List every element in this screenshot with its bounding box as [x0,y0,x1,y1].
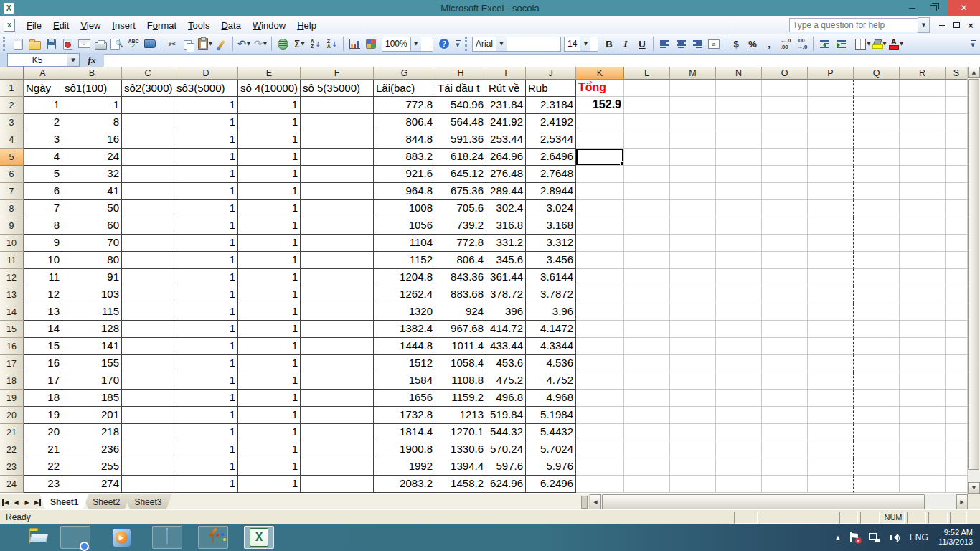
cell-M18[interactable] [670,372,716,390]
cell-F12[interactable] [301,269,374,286]
cell-O7[interactable] [762,183,808,200]
cell-A2[interactable]: 1 [24,97,62,114]
font-name-combo[interactable]: Arial▼ [472,37,561,52]
cell-J2[interactable]: 2.3184 [526,97,576,114]
cell-I3[interactable]: 241.92 [486,114,526,131]
cell-E5[interactable]: 1 [238,149,301,166]
cell-A4[interactable]: 3 [24,131,62,149]
cell-L12[interactable] [624,269,670,286]
cell-F18[interactable] [301,372,374,390]
help-question-dropdown-icon[interactable]: ▼ [918,17,930,33]
sheet-tab-sheet1[interactable]: Sheet1 [40,494,88,510]
cell-S19[interactable] [946,390,968,407]
cell-S24[interactable] [946,476,968,493]
cell-Q22[interactable] [854,441,900,458]
cell-P7[interactable] [808,183,854,200]
cell-J15[interactable]: 4.1472 [526,321,576,338]
cell-D3[interactable]: 1 [174,114,238,131]
row-header-16[interactable]: 16 [0,338,24,355]
cell-H14[interactable]: 924 [435,303,486,321]
cell-F17[interactable] [301,355,374,372]
cell-R23[interactable] [900,458,946,476]
cell-N18[interactable] [716,372,762,390]
cell-N21[interactable] [716,424,762,441]
cell-Q3[interactable] [854,114,900,131]
row-header-8[interactable]: 8 [0,200,24,217]
taskbar-excel-button[interactable]: X [244,526,274,549]
cell-R3[interactable] [900,114,946,131]
cell-P14[interactable] [808,303,854,321]
standard-toolbar-options-button[interactable]: ▼ [453,36,462,52]
cell-J20[interactable]: 5.1984 [526,407,576,424]
cell-S7[interactable] [946,183,968,200]
cell-S2[interactable] [946,97,968,114]
cell-Q19[interactable] [854,390,900,407]
cell-B17[interactable]: 155 [62,355,122,372]
cell-P3[interactable] [808,114,854,131]
cell-R8[interactable] [900,200,946,217]
cell-J19[interactable]: 4.968 [526,390,576,407]
cell-F2[interactable] [301,97,374,114]
cell-K6[interactable] [576,166,624,183]
cell-S20[interactable] [946,407,968,424]
cell-O19[interactable] [762,390,808,407]
cell-O3[interactable] [762,114,808,131]
cell-E8[interactable]: 1 [238,200,301,217]
cell-M7[interactable] [670,183,716,200]
cell-H12[interactable]: 843.36 [435,269,486,286]
cell-S6[interactable] [946,166,968,183]
cell-B13[interactable]: 103 [62,286,122,303]
row-header-11[interactable]: 11 [0,252,24,269]
cell-B9[interactable]: 60 [62,217,122,235]
cell-D23[interactable]: 1 [174,458,238,476]
cell-D8[interactable]: 1 [174,200,238,217]
cut-button[interactable]: ✂ [164,36,180,52]
cell-I9[interactable]: 316.8 [486,217,526,235]
cell-B20[interactable]: 201 [62,407,122,424]
cell-K22[interactable] [576,441,624,458]
cell-P2[interactable] [808,97,854,114]
cell-H7[interactable]: 675.36 [435,183,486,200]
cell-K4[interactable] [576,131,624,149]
sheet-tab-sheet2[interactable]: Sheet2 [83,494,130,510]
cell-P1[interactable] [808,80,854,97]
cell-H13[interactable]: 883.68 [435,286,486,303]
cell-S3[interactable] [946,114,968,131]
cell-C18[interactable] [122,372,174,390]
cell-S10[interactable] [946,235,968,252]
cell-L21[interactable] [624,424,670,441]
cell-G11[interactable]: 1152 [374,252,435,269]
cell-R13[interactable] [900,286,946,303]
cell-S13[interactable] [946,286,968,303]
cell-E24[interactable]: 1 [238,476,301,493]
cell-F23[interactable] [301,458,374,476]
taskbar-notepad-button[interactable] [152,526,182,549]
align-right-button[interactable] [689,36,705,52]
cell-P24[interactable] [808,476,854,493]
cell-E1[interactable]: sô 4(10000) [238,80,301,97]
name-box-dropdown-icon[interactable]: ▼ [67,53,80,67]
cell-F8[interactable] [301,200,374,217]
cell-A11[interactable]: 10 [24,252,62,269]
standard-toolbar-grip[interactable] [3,37,7,51]
menu-insert[interactable]: Insert [106,17,141,34]
cell-O23[interactable] [762,458,808,476]
cell-O4[interactable] [762,131,808,149]
cell-P9[interactable] [808,217,854,235]
cell-O5[interactable] [762,149,808,166]
cell-B8[interactable]: 50 [62,200,122,217]
cell-Q10[interactable] [854,235,900,252]
cell-K23[interactable] [576,458,624,476]
undo-button[interactable]: ↶▼ [236,36,252,52]
row-header-7[interactable]: 7 [0,183,24,200]
formatting-toolbar-options-button[interactable]: ▼ [969,36,977,52]
cell-S11[interactable] [946,252,968,269]
cell-S23[interactable] [946,458,968,476]
col-header-D[interactable]: D [174,67,238,80]
cell-A12[interactable]: 11 [24,269,62,286]
cell-F11[interactable] [301,252,374,269]
cell-D14[interactable]: 1 [174,303,238,321]
cell-J3[interactable]: 2.4192 [526,114,576,131]
cell-J6[interactable]: 2.7648 [526,166,576,183]
formula-input[interactable] [104,54,980,67]
